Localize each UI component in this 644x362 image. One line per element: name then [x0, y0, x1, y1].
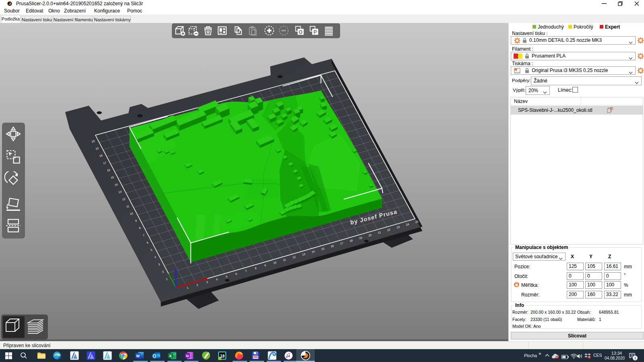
svg-text:X: X [169, 354, 172, 358]
svg-text:O: O [299, 29, 302, 35]
svg-text:N: N [186, 354, 189, 358]
svg-text:W: W [136, 354, 140, 358]
svg-text:18: 18 [220, 354, 225, 358]
svg-text:P: P [314, 29, 317, 35]
